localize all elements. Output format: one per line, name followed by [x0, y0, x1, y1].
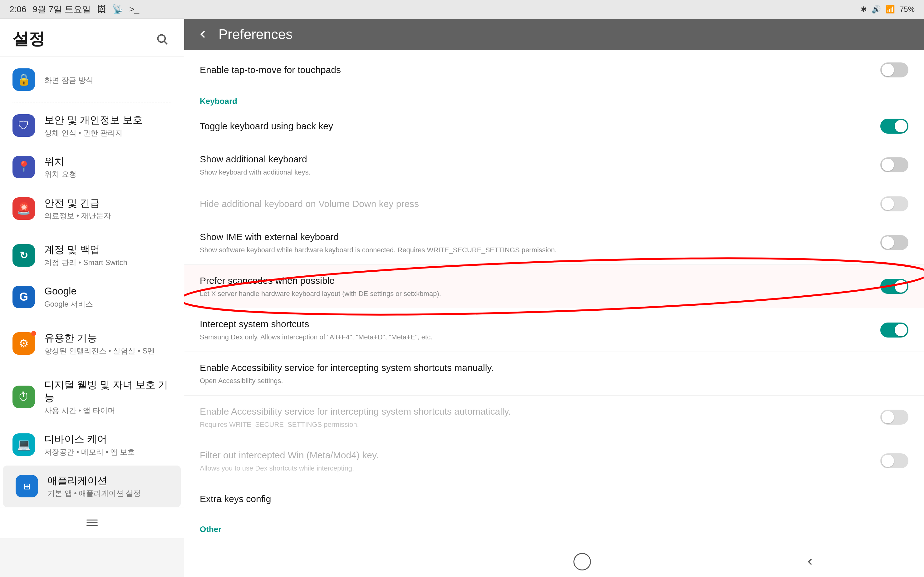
safety-icon: 🚨 — [13, 197, 35, 220]
prefer-scancodes-toggle[interactable] — [880, 279, 908, 294]
apps-subtitle: 기본 앱 • 애플리케이션 설정 — [47, 488, 168, 498]
hide-additional-toggle — [880, 197, 908, 211]
settings-item-google[interactable]: G Google Google 서비스 — [0, 276, 184, 318]
right-wrapper: Preferences Enable tap-to-move for touch… — [184, 19, 924, 577]
volume-icon: 🔊 — [872, 5, 881, 14]
features-icon: ⚙ — [13, 332, 35, 355]
accessibility-auto-subtitle: Requires WRITE_SECURE_SETTINGS permissio… — [200, 420, 880, 430]
pref-item-show-additional[interactable]: Show additional keyboard Show keyboard w… — [184, 143, 924, 187]
media-icon: 🖼 — [97, 4, 106, 15]
svg-line-1 — [164, 42, 167, 44]
back-button[interactable] — [196, 28, 209, 40]
divider-4 — [13, 367, 171, 367]
device-title: 디바이스 케어 — [44, 433, 171, 446]
keyboard-section-header: Keyboard — [184, 87, 924, 109]
settings-item-features[interactable]: ⚙ 유용한 기능 향상된 인텔리전스 • 실험실 • S펜 — [0, 323, 184, 364]
settings-item-lock[interactable]: 🔒 화면 잠금 방식 — [0, 60, 184, 100]
extra-keys-title: Extra keys config — [200, 492, 908, 506]
settings-item-account[interactable]: ↻ 계정 및 백업 계정 관리 • Smart Switch — [0, 234, 184, 276]
other-section-header: Other — [184, 515, 924, 537]
digital-subtitle: 사용 시간 • 앱 타이머 — [44, 406, 171, 415]
recent-icon — [87, 519, 98, 526]
preferences-content: Enable tap-to-move for touchpads Keyboar… — [184, 50, 924, 546]
toggle-keyboard-title: Toggle keyboard using back key — [200, 119, 880, 133]
status-bar-right: ✱ 🔊 📶 75% — [861, 5, 914, 14]
left-panel: 설정 🔒 화면 잠금 방식 🛡 — [0, 19, 184, 507]
location-title: 위치 — [44, 155, 171, 168]
settings-item-location[interactable]: 📍 위치 위치 요청 — [0, 147, 184, 188]
filter-meta-title: Filter out intercepted Win (Meta/Mod4) k… — [200, 449, 880, 462]
security-icon: 🛡 — [13, 114, 35, 137]
preferences-title: Preferences — [219, 27, 293, 42]
time-display: 2:06 — [10, 4, 27, 15]
tap-to-move-title: Enable tap-to-move for touchpads — [200, 63, 880, 76]
pref-item-toggle-keyboard[interactable]: Toggle keyboard using back key — [184, 109, 924, 143]
settings-title: 설정 — [13, 28, 45, 50]
google-subtitle: Google 서비스 — [44, 299, 171, 309]
settings-item-digital[interactable]: ⏱ 디지털 웰빙 및 자녀 보호 기능 사용 시간 • 앱 타이머 — [0, 370, 184, 424]
show-ime-subtitle: Show software keyboard while hardware ke… — [200, 245, 880, 255]
divider-2 — [13, 232, 171, 232]
show-ime-title: Show IME with external keyboard — [200, 230, 880, 243]
pref-item-intercept-shortcuts[interactable]: Intercept system shortcuts Samsung Dex o… — [184, 308, 924, 352]
status-bar-left: 2:06 9월 7일 토요일 🖼 📡 >_ — [10, 3, 139, 15]
settings-item-apps[interactable]: ⊞ 애플리케이션 기본 앱 • 애플리케이션 설정 — [3, 466, 181, 507]
intercept-shortcuts-toggle[interactable] — [880, 322, 908, 337]
pref-item-extra-keys[interactable]: Extra keys config — [184, 483, 924, 515]
recent-apps-button[interactable] — [73, 513, 111, 532]
apps-title: 애플리케이션 — [47, 474, 168, 487]
location-subtitle: 위치 요청 — [44, 169, 171, 179]
accessibility-manual-subtitle: Open Accessibility settings. — [200, 376, 908, 386]
right-nav-bar — [184, 546, 924, 577]
home-icon — [573, 553, 591, 571]
lock-subtitle: 화면 잠금 방식 — [44, 75, 171, 85]
prefer-scancodes-subtitle: Let X server handle hardware keyboard la… — [200, 289, 880, 299]
toggle-keyboard-toggle[interactable] — [880, 119, 908, 134]
settings-item-device[interactable]: 💻 디바이스 케어 저장공간 • 메모리 • 앱 보호 — [0, 424, 184, 466]
back-nav-icon — [805, 556, 816, 567]
status-bar: 2:06 9월 7일 토요일 🖼 📡 >_ ✱ 🔊 📶 75% — [0, 0, 924, 19]
google-icon: G — [13, 286, 35, 308]
security-subtitle: 생체 인식 • 권한 관리자 — [44, 128, 171, 138]
back-nav-button[interactable] — [791, 552, 829, 571]
filter-meta-subtitle: Allows you to use Dex shortcuts while in… — [200, 464, 880, 473]
settings-header: 설정 — [0, 19, 184, 56]
apps-icon: ⊞ — [16, 475, 38, 497]
safety-title: 안전 및 긴급 — [44, 197, 171, 210]
safety-subtitle: 의료정보 • 재난문자 — [44, 211, 171, 221]
preferences-header: Preferences — [184, 19, 924, 50]
show-ime-toggle[interactable] — [880, 235, 908, 250]
battery-icon: 75% — [900, 5, 914, 14]
show-additional-toggle[interactable] — [880, 157, 908, 172]
digital-icon: ⏱ — [13, 385, 35, 408]
right-panel: Preferences Enable tap-to-move for touch… — [184, 19, 924, 546]
pref-item-show-ime[interactable]: Show IME with external keyboard Show sof… — [184, 221, 924, 265]
main-content: 설정 🔒 화면 잠금 방식 🛡 — [0, 19, 924, 577]
intercept-shortcuts-title: Intercept system shortcuts — [200, 318, 880, 330]
home-button[interactable] — [563, 552, 601, 571]
settings-list: 🔒 화면 잠금 방식 🛡 보안 및 개인정보 보호 생체 인식 • 권한 관리자… — [0, 56, 184, 507]
signal-icon: 📶 — [885, 5, 895, 14]
device-subtitle: 저장공간 • 메모리 • 앱 보호 — [44, 447, 171, 457]
account-title: 계정 및 백업 — [44, 243, 171, 256]
show-additional-title: Show additional keyboard — [200, 153, 880, 166]
settings-item-security[interactable]: 🛡 보안 및 개인정보 보호 생체 인식 • 권한 관리자 — [0, 105, 184, 147]
account-icon: ↻ — [13, 244, 35, 267]
device-icon: 💻 — [13, 434, 35, 456]
security-title: 보안 및 개인정보 보호 — [44, 114, 171, 127]
account-subtitle: 계정 관리 • Smart Switch — [44, 258, 171, 267]
pref-item-prefer-scancodes[interactable]: Prefer scancodes when possible Let X ser… — [184, 265, 924, 308]
pref-item-accessibility-manual[interactable]: Enable Accessibility service for interce… — [184, 352, 924, 396]
features-title: 유용한 기능 — [44, 332, 171, 345]
settings-item-safety[interactable]: 🚨 안전 및 긴급 의료정보 • 재난문자 — [0, 188, 184, 229]
bluetooth-icon: ✱ — [861, 5, 867, 14]
search-button[interactable] — [153, 30, 171, 48]
left-nav-bar — [0, 507, 184, 538]
cast-icon: 📡 — [112, 4, 123, 15]
svg-point-0 — [158, 35, 165, 42]
tap-to-move-toggle[interactable] — [880, 63, 908, 77]
accessibility-auto-title: Enable Accessibility service for interce… — [200, 405, 880, 418]
pref-item-tap-to-move[interactable]: Enable tap-to-move for touchpads — [184, 53, 924, 87]
digital-title: 디지털 웰빙 및 자녀 보호 기능 — [44, 379, 171, 405]
accessibility-auto-toggle — [880, 409, 908, 425]
